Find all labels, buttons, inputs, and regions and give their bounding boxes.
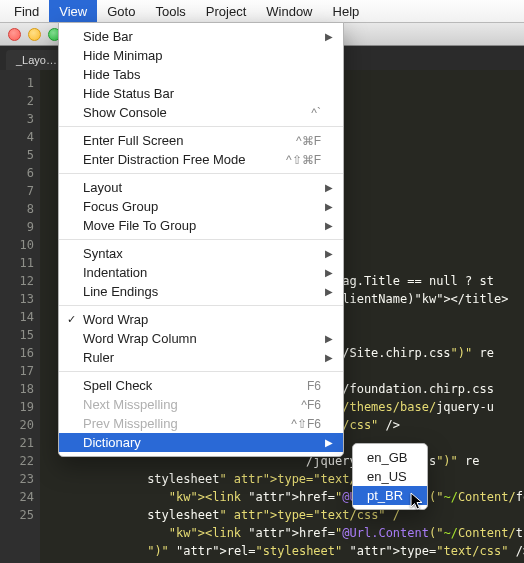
dictionary-submenu: en_GBen_USpt_BR (352, 443, 428, 510)
menu-item-word-wrap-column[interactable]: Word Wrap Column▶ (59, 329, 343, 348)
menubar-item-window[interactable]: Window (256, 0, 322, 22)
menu-item-show-console[interactable]: Show Console^` (59, 103, 343, 122)
menu-item-label: Hide Minimap (83, 48, 321, 63)
submenu-item-label: en_GB (367, 450, 415, 465)
menu-item-label: Dictionary (83, 435, 321, 450)
submenu-item-label: pt_BR (367, 488, 415, 503)
menu-item-label: Word Wrap Column (83, 331, 321, 346)
menubar-item-goto[interactable]: Goto (97, 0, 145, 22)
menu-separator (59, 173, 343, 174)
menu-item-next-misspelling: Next Misspelling^F6 (59, 395, 343, 414)
menu-shortcut: ^` (311, 106, 321, 120)
menu-item-label: Move File To Group (83, 218, 321, 233)
menu-item-label: Layout (83, 180, 321, 195)
submenu-arrow-icon: ▶ (325, 31, 333, 42)
submenu-arrow-icon: ▶ (325, 220, 333, 231)
submenu-arrow-icon: ▶ (325, 437, 333, 448)
submenu-arrow-icon: ▶ (325, 286, 333, 297)
menu-item-label: Show Console (83, 105, 311, 120)
menu-item-dictionary[interactable]: Dictionary▶ (59, 433, 343, 452)
menu-item-label: Hide Status Bar (83, 86, 321, 101)
menu-item-move-file-to-group[interactable]: Move File To Group▶ (59, 216, 343, 235)
menu-shortcut: ^F6 (301, 398, 321, 412)
menu-item-enter-distraction-free-mode[interactable]: Enter Distraction Free Mode^⇧⌘F (59, 150, 343, 169)
menu-item-label: Syntax (83, 246, 321, 261)
submenu-arrow-icon: ▶ (325, 201, 333, 212)
menu-item-label: Prev Misspelling (83, 416, 291, 431)
menubar-item-project[interactable]: Project (196, 0, 256, 22)
line-number-gutter: 1 2 3 4 5 6 7 8 9 10 11 12 13 14 15 16 1… (0, 70, 40, 563)
menubar-item-tools[interactable]: Tools (145, 0, 195, 22)
submenu-item-en_gb[interactable]: en_GB (353, 448, 427, 467)
menubar-item-help[interactable]: Help (323, 0, 370, 22)
menu-shortcut: F6 (307, 379, 321, 393)
submenu-arrow-icon: ▶ (325, 267, 333, 278)
menu-separator (59, 371, 343, 372)
menu-item-word-wrap[interactable]: ✓Word Wrap (59, 310, 343, 329)
menu-bar: FindViewGotoToolsProjectWindowHelp (0, 0, 524, 23)
menu-item-label: Word Wrap (83, 312, 321, 327)
submenu-item-label: en_US (367, 469, 415, 484)
menu-separator (59, 239, 343, 240)
menu-item-label: Hide Tabs (83, 67, 321, 82)
submenu-arrow-icon: ▶ (325, 352, 333, 363)
menubar-item-view[interactable]: View (49, 0, 97, 22)
submenu-arrow-icon: ▶ (325, 333, 333, 344)
menu-item-indentation[interactable]: Indentation▶ (59, 263, 343, 282)
menu-item-line-endings[interactable]: Line Endings▶ (59, 282, 343, 301)
menu-item-hide-status-bar[interactable]: Hide Status Bar (59, 84, 343, 103)
menu-item-syntax[interactable]: Syntax▶ (59, 244, 343, 263)
menu-item-prev-misspelling: Prev Misspelling^⇧F6 (59, 414, 343, 433)
menu-item-label: Side Bar (83, 29, 321, 44)
menu-item-label: Enter Distraction Free Mode (83, 152, 286, 167)
menu-separator (59, 305, 343, 306)
submenu-arrow-icon: ▶ (325, 182, 333, 193)
view-menu-dropdown: Side Bar▶Hide MinimapHide TabsHide Statu… (58, 22, 344, 457)
check-icon: ✓ (67, 313, 76, 326)
submenu-arrow-icon: ▶ (325, 248, 333, 259)
menu-item-hide-tabs[interactable]: Hide Tabs (59, 65, 343, 84)
submenu-item-en_us[interactable]: en_US (353, 467, 427, 486)
menu-item-label: Next Misspelling (83, 397, 301, 412)
menu-item-label: Line Endings (83, 284, 321, 299)
menu-shortcut: ^⇧F6 (291, 417, 321, 431)
menu-item-label: Focus Group (83, 199, 321, 214)
menu-item-label: Indentation (83, 265, 321, 280)
menu-item-label: Spell Check (83, 378, 307, 393)
menu-item-enter-full-screen[interactable]: Enter Full Screen^⌘F (59, 131, 343, 150)
menu-item-label: Ruler (83, 350, 321, 365)
menu-item-label: Enter Full Screen (83, 133, 296, 148)
menu-item-spell-check[interactable]: Spell CheckF6 (59, 376, 343, 395)
menu-item-layout[interactable]: Layout▶ (59, 178, 343, 197)
menu-item-focus-group[interactable]: Focus Group▶ (59, 197, 343, 216)
menu-item-ruler[interactable]: Ruler▶ (59, 348, 343, 367)
menu-shortcut: ^⇧⌘F (286, 153, 321, 167)
menu-separator (59, 126, 343, 127)
menu-shortcut: ^⌘F (296, 134, 321, 148)
menubar-item-find[interactable]: Find (4, 0, 49, 22)
submenu-item-pt_br[interactable]: pt_BR (353, 486, 427, 505)
menu-item-side-bar[interactable]: Side Bar▶ (59, 27, 343, 46)
menu-item-hide-minimap[interactable]: Hide Minimap (59, 46, 343, 65)
